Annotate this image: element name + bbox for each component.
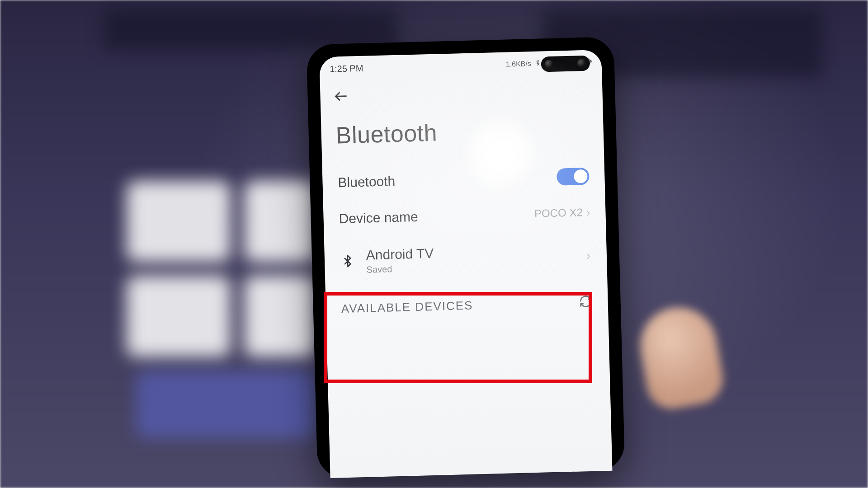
phone-frame: 1:25 PM 1.6KB/s [307, 37, 625, 478]
chevron-right-icon: › [586, 205, 590, 219]
tv-tile-blur [127, 181, 231, 262]
chevron-right-icon: › [586, 248, 590, 263]
status-net-rate: 1.6KB/s [506, 60, 531, 68]
bluetooth-status-icon [535, 58, 542, 68]
available-devices-heading: AVAILABLE DEVICES [341, 298, 473, 316]
bluetooth-toggle[interactable] [557, 168, 590, 186]
paired-device-row[interactable]: Android TV Saved › [337, 230, 595, 288]
refresh-icon [579, 295, 593, 309]
paired-device-name: Android TV [366, 246, 434, 263]
device-name-row[interactable]: Device name POCO X2 › [336, 195, 594, 237]
tv-tile-blur [136, 371, 316, 438]
page-title: Bluetooth [335, 115, 589, 149]
tv-tile-blur [244, 276, 316, 357]
paired-device-state: Saved [366, 263, 434, 275]
tv-tile-blur [244, 181, 316, 262]
arrow-left-icon [333, 88, 349, 105]
device-name-value: POCO X2 [534, 206, 583, 220]
refresh-button[interactable] [579, 295, 593, 310]
bluetooth-toggle-row[interactable]: Bluetooth [335, 158, 592, 202]
phone-screen: 1:25 PM 1.6KB/s [319, 50, 612, 478]
camera-punch-hole [541, 56, 590, 72]
back-button[interactable] [333, 76, 590, 109]
bluetooth-icon [341, 252, 355, 272]
bluetooth-toggle-label: Bluetooth [338, 174, 396, 190]
status-time: 1:25 PM [330, 63, 363, 74]
svg-rect-4 [590, 60, 592, 63]
device-name-label: Device name [339, 209, 418, 227]
tv-tile-blur [127, 276, 231, 357]
front-camera-lens [577, 59, 587, 68]
front-camera-lens [545, 60, 554, 69]
toggle-knob [574, 169, 588, 183]
